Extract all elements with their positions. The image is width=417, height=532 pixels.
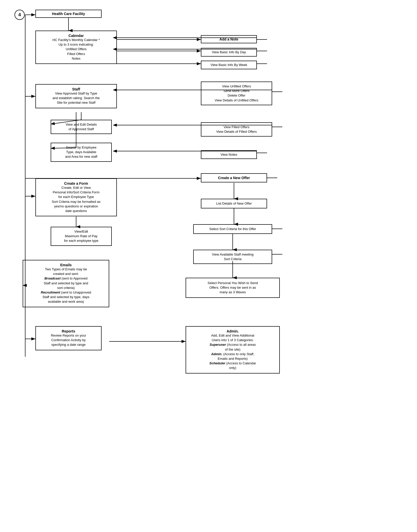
calendar-title: Calendar <box>38 34 114 38</box>
select-sort-criteria-box: Select Sort Criteria for this Offer <box>193 224 272 234</box>
view-filled-box: View Filled Offers View Details of Fille… <box>201 122 272 137</box>
health-care-facility-box: Health Care Facility <box>35 10 102 18</box>
view-basic-info-week-title: View Basic Info By Week <box>211 63 247 67</box>
add-note-box: Add a Note <box>201 35 257 43</box>
admin-title: Admin. <box>189 329 277 333</box>
calendar-box: Calendar HC Facility's Monthly Calendar … <box>35 31 117 64</box>
list-details-new-offer-box: List Details of New Offer <box>201 199 267 208</box>
staff-box: Staff View Approved Staff by Type and es… <box>35 84 117 108</box>
view-edit-approved-box: View and Edit Details of Approved Staff <box>51 120 112 134</box>
list-details-new-offer-title: List Details of New Offer <box>216 202 252 205</box>
select-personal-box: Select Personal You Wish to Send Offers.… <box>186 278 280 298</box>
health-care-facility-title: Health Care Facility <box>52 12 85 16</box>
view-available-staff-content: View Available Staff meeting Sort Criter… <box>197 252 269 261</box>
view-basic-info-day-title: View Basic Info By Day <box>212 50 246 54</box>
create-form-title: Create a Form <box>38 181 114 185</box>
select-personal-content: Select Personal You Wish to Send Offers.… <box>189 281 276 295</box>
create-new-offer-box: Create a New Offer <box>201 173 267 182</box>
view-edit-approved-content: View and Edit Details of Approved Staff <box>54 122 108 131</box>
view-notes-box: View Notes <box>201 150 257 159</box>
staff-title: Staff <box>38 87 114 91</box>
view-unfilled-content: View Unfilled Offers Send More Offers De… <box>204 84 269 103</box>
emails-box: Emails Two Types of Emails may be create… <box>23 260 109 307</box>
view-basic-info-day-box: View Basic Info By Day <box>201 48 257 57</box>
create-form-content: Create, Edit or View Personal Info/Sort … <box>38 185 114 213</box>
search-employee-box: Search by Employee Type, days Available … <box>51 143 112 162</box>
view-available-staff-box: View Available Staff meeting Sort Criter… <box>193 250 272 264</box>
reports-box: Reports Review Reports on your Confirmat… <box>35 326 102 350</box>
admin-box: Admin. Add, Edit and View Additional Use… <box>186 326 280 374</box>
view-filled-content: View Filled Offers View Details of Fille… <box>204 125 269 134</box>
staff-content: View Approved Staff by Type and establis… <box>38 91 114 105</box>
emails-title: Emails <box>26 263 106 267</box>
reports-content: Review Reports on your Confirmation Acti… <box>38 333 99 347</box>
calendar-content: HC Facility's Monthly Calendar * Up to 3… <box>38 38 114 61</box>
view-edit-max-rate-box: View/Edit Maximum Rate of Pay for each e… <box>51 227 112 246</box>
reports-title: Reports <box>38 329 99 333</box>
select-sort-criteria-title: Select Sort Criteria for this Offer <box>209 227 256 231</box>
add-note-title: Add a Note <box>219 37 238 41</box>
emails-content: Two Types of Emails may be created and s… <box>26 267 106 304</box>
admin-content: Add, Edit and View Additional Users into… <box>189 333 277 370</box>
circle-label: 4 <box>15 10 25 20</box>
view-notes-title: View Notes <box>220 153 237 156</box>
view-unfilled-box: View Unfilled Offers Send More Offers De… <box>201 82 272 105</box>
view-edit-max-rate-content: View/Edit Maximum Rate of Pay for each e… <box>54 229 108 243</box>
create-new-offer-title: Create a New Offer <box>218 176 250 180</box>
create-form-box: Create a Form Create, Edit or View Perso… <box>35 178 117 216</box>
view-basic-info-week-box: View Basic Info By Week <box>201 61 257 69</box>
search-employee-content: Search by Employee Type, days Available … <box>54 145 108 159</box>
